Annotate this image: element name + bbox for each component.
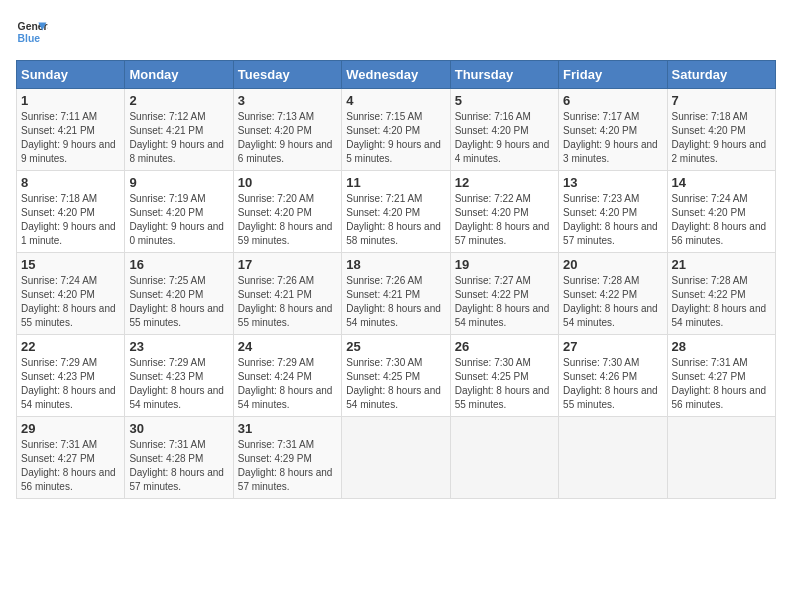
- calendar-cell: 2Sunrise: 7:12 AMSunset: 4:21 PMDaylight…: [125, 89, 233, 171]
- calendar-cell: 31Sunrise: 7:31 AMSunset: 4:29 PMDayligh…: [233, 417, 341, 499]
- day-detail: Sunrise: 7:17 AMSunset: 4:20 PMDaylight:…: [563, 110, 662, 166]
- calendar-cell: 10Sunrise: 7:20 AMSunset: 4:20 PMDayligh…: [233, 171, 341, 253]
- day-detail: Sunrise: 7:22 AMSunset: 4:20 PMDaylight:…: [455, 192, 554, 248]
- day-number: 19: [455, 257, 554, 272]
- day-number: 21: [672, 257, 771, 272]
- calendar-cell: 22Sunrise: 7:29 AMSunset: 4:23 PMDayligh…: [17, 335, 125, 417]
- calendar-cell: 21Sunrise: 7:28 AMSunset: 4:22 PMDayligh…: [667, 253, 775, 335]
- day-number: 16: [129, 257, 228, 272]
- calendar-cell: [559, 417, 667, 499]
- day-header-thursday: Thursday: [450, 61, 558, 89]
- day-number: 23: [129, 339, 228, 354]
- calendar-cell: [450, 417, 558, 499]
- day-number: 7: [672, 93, 771, 108]
- day-detail: Sunrise: 7:31 AMSunset: 4:29 PMDaylight:…: [238, 438, 337, 494]
- day-detail: Sunrise: 7:31 AMSunset: 4:27 PMDaylight:…: [672, 356, 771, 412]
- calendar-cell: 4Sunrise: 7:15 AMSunset: 4:20 PMDaylight…: [342, 89, 450, 171]
- day-number: 8: [21, 175, 120, 190]
- day-number: 25: [346, 339, 445, 354]
- day-number: 18: [346, 257, 445, 272]
- day-detail: Sunrise: 7:25 AMSunset: 4:20 PMDaylight:…: [129, 274, 228, 330]
- day-number: 31: [238, 421, 337, 436]
- day-number: 13: [563, 175, 662, 190]
- day-header-tuesday: Tuesday: [233, 61, 341, 89]
- day-number: 6: [563, 93, 662, 108]
- day-detail: Sunrise: 7:13 AMSunset: 4:20 PMDaylight:…: [238, 110, 337, 166]
- day-number: 3: [238, 93, 337, 108]
- day-detail: Sunrise: 7:23 AMSunset: 4:20 PMDaylight:…: [563, 192, 662, 248]
- calendar-cell: 16Sunrise: 7:25 AMSunset: 4:20 PMDayligh…: [125, 253, 233, 335]
- calendar-body: 1Sunrise: 7:11 AMSunset: 4:21 PMDaylight…: [17, 89, 776, 499]
- day-detail: Sunrise: 7:20 AMSunset: 4:20 PMDaylight:…: [238, 192, 337, 248]
- calendar-cell: 28Sunrise: 7:31 AMSunset: 4:27 PMDayligh…: [667, 335, 775, 417]
- day-detail: Sunrise: 7:16 AMSunset: 4:20 PMDaylight:…: [455, 110, 554, 166]
- day-number: 27: [563, 339, 662, 354]
- day-number: 9: [129, 175, 228, 190]
- page-header: General Blue: [16, 16, 776, 48]
- calendar-cell: 7Sunrise: 7:18 AMSunset: 4:20 PMDaylight…: [667, 89, 775, 171]
- day-number: 14: [672, 175, 771, 190]
- calendar-cell: 23Sunrise: 7:29 AMSunset: 4:23 PMDayligh…: [125, 335, 233, 417]
- day-number: 29: [21, 421, 120, 436]
- day-detail: Sunrise: 7:26 AMSunset: 4:21 PMDaylight:…: [346, 274, 445, 330]
- day-number: 26: [455, 339, 554, 354]
- calendar-cell: 8Sunrise: 7:18 AMSunset: 4:20 PMDaylight…: [17, 171, 125, 253]
- calendar-cell: 11Sunrise: 7:21 AMSunset: 4:20 PMDayligh…: [342, 171, 450, 253]
- day-number: 10: [238, 175, 337, 190]
- day-detail: Sunrise: 7:29 AMSunset: 4:24 PMDaylight:…: [238, 356, 337, 412]
- day-detail: Sunrise: 7:26 AMSunset: 4:21 PMDaylight:…: [238, 274, 337, 330]
- day-number: 4: [346, 93, 445, 108]
- calendar-cell: 20Sunrise: 7:28 AMSunset: 4:22 PMDayligh…: [559, 253, 667, 335]
- day-detail: Sunrise: 7:19 AMSunset: 4:20 PMDaylight:…: [129, 192, 228, 248]
- calendar-cell: 26Sunrise: 7:30 AMSunset: 4:25 PMDayligh…: [450, 335, 558, 417]
- calendar-cell: 15Sunrise: 7:24 AMSunset: 4:20 PMDayligh…: [17, 253, 125, 335]
- calendar-cell: 29Sunrise: 7:31 AMSunset: 4:27 PMDayligh…: [17, 417, 125, 499]
- calendar-cell: 1Sunrise: 7:11 AMSunset: 4:21 PMDaylight…: [17, 89, 125, 171]
- day-detail: Sunrise: 7:24 AMSunset: 4:20 PMDaylight:…: [21, 274, 120, 330]
- day-detail: Sunrise: 7:12 AMSunset: 4:21 PMDaylight:…: [129, 110, 228, 166]
- day-number: 24: [238, 339, 337, 354]
- day-number: 28: [672, 339, 771, 354]
- calendar-cell: 18Sunrise: 7:26 AMSunset: 4:21 PMDayligh…: [342, 253, 450, 335]
- day-header-monday: Monday: [125, 61, 233, 89]
- day-number: 1: [21, 93, 120, 108]
- day-number: 12: [455, 175, 554, 190]
- calendar-header-row: SundayMondayTuesdayWednesdayThursdayFrid…: [17, 61, 776, 89]
- calendar-week-1: 1Sunrise: 7:11 AMSunset: 4:21 PMDaylight…: [17, 89, 776, 171]
- calendar-cell: 19Sunrise: 7:27 AMSunset: 4:22 PMDayligh…: [450, 253, 558, 335]
- day-detail: Sunrise: 7:18 AMSunset: 4:20 PMDaylight:…: [672, 110, 771, 166]
- day-header-wednesday: Wednesday: [342, 61, 450, 89]
- day-detail: Sunrise: 7:29 AMSunset: 4:23 PMDaylight:…: [21, 356, 120, 412]
- calendar-cell: 5Sunrise: 7:16 AMSunset: 4:20 PMDaylight…: [450, 89, 558, 171]
- calendar-cell: 3Sunrise: 7:13 AMSunset: 4:20 PMDaylight…: [233, 89, 341, 171]
- day-detail: Sunrise: 7:11 AMSunset: 4:21 PMDaylight:…: [21, 110, 120, 166]
- calendar-week-2: 8Sunrise: 7:18 AMSunset: 4:20 PMDaylight…: [17, 171, 776, 253]
- calendar-cell: 27Sunrise: 7:30 AMSunset: 4:26 PMDayligh…: [559, 335, 667, 417]
- day-number: 11: [346, 175, 445, 190]
- day-detail: Sunrise: 7:30 AMSunset: 4:25 PMDaylight:…: [455, 356, 554, 412]
- calendar-cell: 24Sunrise: 7:29 AMSunset: 4:24 PMDayligh…: [233, 335, 341, 417]
- calendar-cell: 17Sunrise: 7:26 AMSunset: 4:21 PMDayligh…: [233, 253, 341, 335]
- logo-icon: General Blue: [16, 16, 48, 48]
- calendar-cell: [667, 417, 775, 499]
- calendar-cell: 12Sunrise: 7:22 AMSunset: 4:20 PMDayligh…: [450, 171, 558, 253]
- day-number: 20: [563, 257, 662, 272]
- day-detail: Sunrise: 7:24 AMSunset: 4:20 PMDaylight:…: [672, 192, 771, 248]
- day-number: 30: [129, 421, 228, 436]
- day-detail: Sunrise: 7:31 AMSunset: 4:28 PMDaylight:…: [129, 438, 228, 494]
- calendar-week-5: 29Sunrise: 7:31 AMSunset: 4:27 PMDayligh…: [17, 417, 776, 499]
- day-detail: Sunrise: 7:31 AMSunset: 4:27 PMDaylight:…: [21, 438, 120, 494]
- calendar-table: SundayMondayTuesdayWednesdayThursdayFrid…: [16, 60, 776, 499]
- day-number: 15: [21, 257, 120, 272]
- day-detail: Sunrise: 7:28 AMSunset: 4:22 PMDaylight:…: [563, 274, 662, 330]
- day-header-sunday: Sunday: [17, 61, 125, 89]
- day-header-saturday: Saturday: [667, 61, 775, 89]
- calendar-week-4: 22Sunrise: 7:29 AMSunset: 4:23 PMDayligh…: [17, 335, 776, 417]
- day-number: 5: [455, 93, 554, 108]
- day-detail: Sunrise: 7:30 AMSunset: 4:25 PMDaylight:…: [346, 356, 445, 412]
- calendar-cell: 25Sunrise: 7:30 AMSunset: 4:25 PMDayligh…: [342, 335, 450, 417]
- calendar-cell: 13Sunrise: 7:23 AMSunset: 4:20 PMDayligh…: [559, 171, 667, 253]
- svg-text:Blue: Blue: [18, 33, 41, 44]
- logo: General Blue: [16, 16, 48, 48]
- calendar-cell: 30Sunrise: 7:31 AMSunset: 4:28 PMDayligh…: [125, 417, 233, 499]
